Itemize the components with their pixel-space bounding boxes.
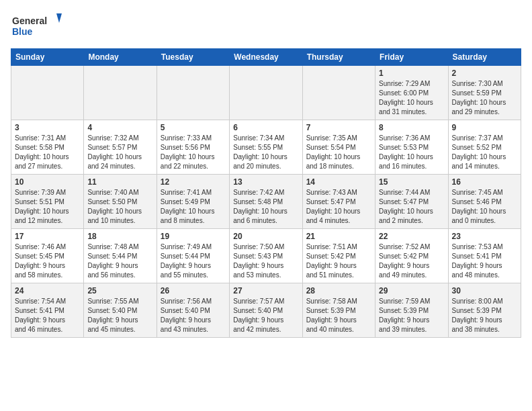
- day-info: Sunrise: 7:59 AM Sunset: 5:39 PM Dayligh…: [379, 297, 444, 334]
- day-info: Sunrise: 7:37 AM Sunset: 5:52 PM Dayligh…: [452, 134, 517, 171]
- day-info: Sunrise: 7:58 AM Sunset: 5:39 PM Dayligh…: [306, 297, 371, 334]
- svg-text:Blue: Blue: [12, 26, 33, 37]
- day-info: Sunrise: 7:44 AM Sunset: 5:47 PM Dayligh…: [379, 188, 444, 226]
- calendar-cell: 6Sunrise: 7:34 AM Sunset: 5:55 PM Daylig…: [230, 120, 302, 175]
- day-number: 13: [233, 177, 298, 187]
- calendar-cell: 19Sunrise: 7:49 AM Sunset: 5:44 PM Dayli…: [157, 229, 229, 283]
- day-number: 14: [306, 177, 371, 187]
- calendar-cell: 27Sunrise: 7:57 AM Sunset: 5:40 PM Dayli…: [230, 283, 302, 338]
- day-info: Sunrise: 7:46 AM Sunset: 5:45 PM Dayligh…: [15, 242, 80, 280]
- day-number: 4: [87, 123, 152, 132]
- calendar-cell: [11, 66, 84, 120]
- calendar-week-4: 17Sunrise: 7:46 AM Sunset: 5:45 PM Dayli…: [11, 229, 521, 283]
- calendar-header-row: SundayMondayTuesdayWednesdayThursdayFrid…: [11, 49, 521, 66]
- calendar-cell: 12Sunrise: 7:41 AM Sunset: 5:49 PM Dayli…: [157, 175, 229, 229]
- logo-svg: General Blue: [11, 11, 64, 40]
- calendar-cell: 3Sunrise: 7:31 AM Sunset: 5:58 PM Daylig…: [11, 120, 84, 175]
- day-number: 28: [306, 286, 371, 295]
- day-number: 30: [452, 286, 517, 295]
- weekday-header-thursday: Thursday: [302, 49, 375, 66]
- calendar-cell: 20Sunrise: 7:50 AM Sunset: 5:43 PM Dayli…: [230, 229, 302, 283]
- day-number: 16: [452, 177, 517, 187]
- day-number: 10: [15, 177, 80, 187]
- calendar-week-5: 24Sunrise: 7:54 AM Sunset: 5:41 PM Dayli…: [11, 283, 521, 338]
- day-number: 27: [233, 286, 298, 295]
- day-number: 29: [379, 286, 444, 295]
- day-info: Sunrise: 7:51 AM Sunset: 5:42 PM Dayligh…: [306, 242, 371, 280]
- svg-text:General: General: [12, 15, 47, 26]
- weekday-header-wednesday: Wednesday: [230, 49, 302, 66]
- calendar-cell: 26Sunrise: 7:56 AM Sunset: 5:40 PM Dayli…: [157, 283, 229, 338]
- calendar-cell: 2Sunrise: 7:30 AM Sunset: 5:59 PM Daylig…: [448, 66, 521, 120]
- day-number: 17: [15, 232, 80, 241]
- calendar-cell: 21Sunrise: 7:51 AM Sunset: 5:42 PM Dayli…: [302, 229, 375, 283]
- day-info: Sunrise: 7:34 AM Sunset: 5:55 PM Dayligh…: [233, 134, 298, 171]
- day-info: Sunrise: 7:36 AM Sunset: 5:53 PM Dayligh…: [379, 134, 444, 171]
- day-number: 8: [379, 123, 444, 132]
- day-number: 7: [306, 123, 371, 132]
- weekday-header-friday: Friday: [375, 49, 448, 66]
- day-number: 9: [452, 123, 517, 132]
- day-number: 15: [379, 177, 444, 187]
- calendar-cell: [84, 66, 157, 120]
- calendar-cell: 4Sunrise: 7:32 AM Sunset: 5:57 PM Daylig…: [84, 120, 157, 175]
- day-number: 6: [233, 123, 298, 132]
- day-info: Sunrise: 7:50 AM Sunset: 5:43 PM Dayligh…: [233, 242, 298, 280]
- day-info: Sunrise: 7:52 AM Sunset: 5:42 PM Dayligh…: [379, 242, 444, 280]
- calendar-cell: [302, 66, 375, 120]
- day-info: Sunrise: 7:32 AM Sunset: 5:57 PM Dayligh…: [87, 134, 152, 171]
- calendar-cell: 16Sunrise: 7:45 AM Sunset: 5:46 PM Dayli…: [448, 175, 521, 229]
- day-number: 23: [452, 232, 517, 241]
- day-number: 25: [87, 286, 152, 295]
- calendar-cell: 1Sunrise: 7:29 AM Sunset: 6:00 PM Daylig…: [375, 66, 448, 120]
- day-info: Sunrise: 7:57 AM Sunset: 5:40 PM Dayligh…: [233, 297, 298, 334]
- day-number: 19: [161, 232, 226, 241]
- day-info: Sunrise: 8:00 AM Sunset: 5:39 PM Dayligh…: [452, 297, 517, 334]
- day-number: 2: [452, 68, 517, 78]
- weekday-header-tuesday: Tuesday: [157, 49, 229, 66]
- calendar-cell: 25Sunrise: 7:55 AM Sunset: 5:40 PM Dayli…: [84, 283, 157, 338]
- calendar-cell: 10Sunrise: 7:39 AM Sunset: 5:51 PM Dayli…: [11, 175, 84, 229]
- day-info: Sunrise: 7:49 AM Sunset: 5:44 PM Dayligh…: [161, 242, 226, 280]
- day-info: Sunrise: 7:55 AM Sunset: 5:40 PM Dayligh…: [87, 297, 152, 334]
- day-info: Sunrise: 7:29 AM Sunset: 6:00 PM Dayligh…: [379, 79, 444, 117]
- calendar-cell: 11Sunrise: 7:40 AM Sunset: 5:50 PM Dayli…: [84, 175, 157, 229]
- calendar-cell: 7Sunrise: 7:35 AM Sunset: 5:54 PM Daylig…: [302, 120, 375, 175]
- day-info: Sunrise: 7:56 AM Sunset: 5:40 PM Dayligh…: [161, 297, 226, 334]
- day-number: 26: [161, 286, 226, 295]
- logo: General Blue: [11, 11, 64, 40]
- svg-marker-2: [56, 13, 62, 23]
- calendar-cell: 17Sunrise: 7:46 AM Sunset: 5:45 PM Dayli…: [11, 229, 84, 283]
- day-info: Sunrise: 7:40 AM Sunset: 5:50 PM Dayligh…: [87, 188, 152, 226]
- day-info: Sunrise: 7:54 AM Sunset: 5:41 PM Dayligh…: [15, 297, 80, 334]
- day-number: 21: [306, 232, 371, 241]
- day-info: Sunrise: 7:31 AM Sunset: 5:58 PM Dayligh…: [15, 134, 80, 171]
- day-info: Sunrise: 7:53 AM Sunset: 5:41 PM Dayligh…: [452, 242, 517, 280]
- calendar-cell: 14Sunrise: 7:43 AM Sunset: 5:47 PM Dayli…: [302, 175, 375, 229]
- calendar-week-2: 3Sunrise: 7:31 AM Sunset: 5:58 PM Daylig…: [11, 120, 521, 175]
- day-info: Sunrise: 7:30 AM Sunset: 5:59 PM Dayligh…: [452, 79, 517, 117]
- weekday-header-monday: Monday: [84, 49, 157, 66]
- page-header: General Blue: [11, 11, 521, 40]
- weekday-header-saturday: Saturday: [448, 49, 521, 66]
- day-number: 22: [379, 232, 444, 241]
- calendar-cell: 9Sunrise: 7:37 AM Sunset: 5:52 PM Daylig…: [448, 120, 521, 175]
- calendar-cell: 8Sunrise: 7:36 AM Sunset: 5:53 PM Daylig…: [375, 120, 448, 175]
- day-info: Sunrise: 7:45 AM Sunset: 5:46 PM Dayligh…: [452, 188, 517, 226]
- day-info: Sunrise: 7:41 AM Sunset: 5:49 PM Dayligh…: [161, 188, 226, 226]
- day-info: Sunrise: 7:42 AM Sunset: 5:48 PM Dayligh…: [233, 188, 298, 226]
- day-number: 3: [15, 123, 80, 132]
- calendar-cell: 24Sunrise: 7:54 AM Sunset: 5:41 PM Dayli…: [11, 283, 84, 338]
- calendar-cell: [230, 66, 302, 120]
- calendar-cell: 22Sunrise: 7:52 AM Sunset: 5:42 PM Dayli…: [375, 229, 448, 283]
- calendar-cell: 30Sunrise: 8:00 AM Sunset: 5:39 PM Dayli…: [448, 283, 521, 338]
- calendar-week-1: 1Sunrise: 7:29 AM Sunset: 6:00 PM Daylig…: [11, 66, 521, 120]
- calendar-cell: 29Sunrise: 7:59 AM Sunset: 5:39 PM Dayli…: [375, 283, 448, 338]
- day-number: 24: [15, 286, 80, 295]
- calendar-cell: 13Sunrise: 7:42 AM Sunset: 5:48 PM Dayli…: [230, 175, 302, 229]
- day-info: Sunrise: 7:48 AM Sunset: 5:44 PM Dayligh…: [87, 242, 152, 280]
- weekday-header-sunday: Sunday: [11, 49, 84, 66]
- calendar-cell: 28Sunrise: 7:58 AM Sunset: 5:39 PM Dayli…: [302, 283, 375, 338]
- calendar-cell: 23Sunrise: 7:53 AM Sunset: 5:41 PM Dayli…: [448, 229, 521, 283]
- calendar-cell: 5Sunrise: 7:33 AM Sunset: 5:56 PM Daylig…: [157, 120, 229, 175]
